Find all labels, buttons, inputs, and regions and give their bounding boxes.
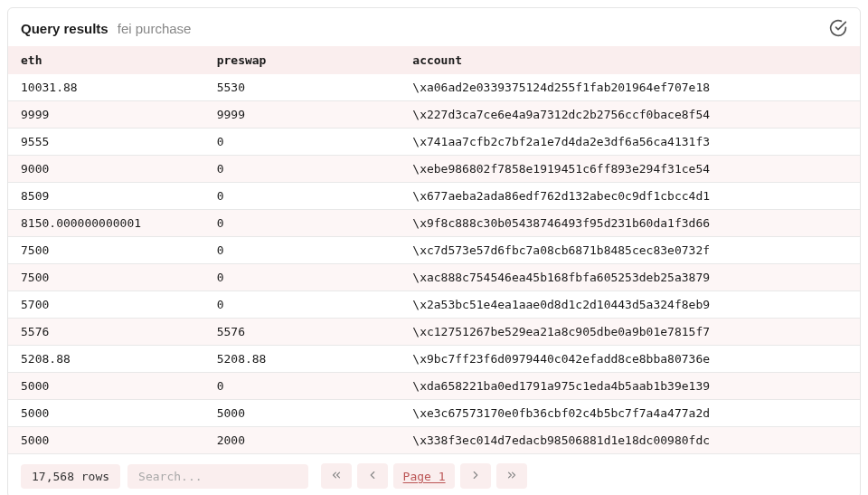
chevrons-right-icon	[505, 469, 518, 484]
cell-preswap: 0	[204, 129, 401, 156]
cell-account: \x227d3ca7ce6e4a9a7312dc2b2756ccf0bace8f…	[400, 101, 860, 129]
cell-preswap: 0	[204, 183, 401, 210]
table-row[interactable]: 85090\x677aeba2ada86edf762d132abec0c9df1…	[8, 183, 860, 210]
cell-account: \x9f8c888c30b05438746493f95d231b60da1f3d…	[400, 210, 860, 237]
table-row[interactable]: 90000\xebe986802f7858e1919451c6ff893e294…	[8, 156, 860, 183]
cell-preswap: 0	[204, 373, 401, 400]
cell-account: \xebe986802f7858e1919451c6ff893e294f31ce…	[400, 156, 860, 183]
cell-preswap: 0	[204, 210, 401, 237]
cell-account: \xda658221ba0ed1791a975c1eda4b5aab1b39e1…	[400, 373, 860, 400]
cell-account: \x338f3ec014d7edacb98506881d1e18dc00980f…	[400, 427, 860, 454]
cell-preswap: 9999	[204, 101, 401, 129]
cell-preswap: 5000	[204, 400, 401, 427]
cell-eth: 9999	[8, 101, 204, 129]
cell-eth: 5700	[8, 291, 204, 319]
cell-eth: 5208.88	[8, 346, 204, 373]
cell-eth: 9000	[8, 156, 204, 183]
cell-account: \xa06ad2e0339375124d255f1fab201964ef707e…	[400, 74, 860, 101]
chevrons-left-icon	[330, 469, 343, 484]
table-row[interactable]: 99999999\x227d3ca7ce6e4a9a7312dc2b2756cc…	[8, 101, 860, 129]
cell-account: \x741aa7cfb2c7bf2a1e7d4da2e3df6a56ca4131…	[400, 129, 860, 156]
pager: Page 1	[321, 463, 527, 489]
cell-eth: 5576	[8, 319, 204, 346]
table-row[interactable]: 57000\x2a53bc51e4ea1aae0d8d1c2d10443d5a3…	[8, 291, 860, 319]
query-results-panel: Query results fei purchase eth preswap a…	[7, 7, 861, 495]
table-header-row: eth preswap account	[8, 46, 860, 74]
cell-preswap: 0	[204, 156, 401, 183]
panel-footer: 17,568 rows Page 1	[8, 454, 860, 495]
search-input[interactable]	[127, 464, 308, 489]
results-table: eth preswap account 10031.885530\xa06ad2…	[8, 46, 860, 454]
cell-preswap: 5208.88	[204, 346, 401, 373]
cell-account: \x9bc7ff23f6d0979440c042efadd8ce8bba8073…	[400, 346, 860, 373]
cell-preswap: 2000	[204, 427, 401, 454]
cell-preswap: 5530	[204, 74, 401, 101]
header-title: Query results	[21, 21, 108, 36]
cell-eth: 5000	[8, 427, 204, 454]
cell-preswap: 5576	[204, 319, 401, 346]
table-row[interactable]: 75000\xc7d573e57d6fbc7a08cb6871b8485cec8…	[8, 237, 860, 264]
table-row[interactable]: 50002000\x338f3ec014d7edacb98506881d1e18…	[8, 427, 860, 454]
cell-eth: 8150.000000000001	[8, 210, 204, 237]
table-row[interactable]: 5208.885208.88\x9bc7ff23f6d0979440c042ef…	[8, 346, 860, 373]
table-row[interactable]: 50005000\xe3c67573170e0fb36cbf02c4b5bc7f…	[8, 400, 860, 427]
cell-eth: 7500	[8, 237, 204, 264]
column-header-account[interactable]: account	[400, 46, 860, 74]
cell-preswap: 0	[204, 291, 401, 319]
header-subtitle: fei purchase	[118, 21, 192, 36]
cell-eth: 5000	[8, 400, 204, 427]
panel-header: Query results fei purchase	[8, 8, 860, 46]
row-count-badge: 17,568 rows	[21, 464, 120, 489]
cell-account: \xe3c67573170e0fb36cbf02c4b5bc7f7a4a477a…	[400, 400, 860, 427]
chevron-right-icon	[469, 469, 482, 484]
column-header-preswap[interactable]: preswap	[204, 46, 401, 74]
cell-eth: 10031.88	[8, 74, 204, 101]
cell-eth: 9555	[8, 129, 204, 156]
pager-prev-button[interactable]	[357, 463, 388, 489]
cell-eth: 5000	[8, 373, 204, 400]
cell-account: \xc12751267be529ea21a8c905dbe0a9b01e7815…	[400, 319, 860, 346]
cell-eth: 8509	[8, 183, 204, 210]
cell-account: \x2a53bc51e4ea1aae0d8d1c2d10443d5a324f8e…	[400, 291, 860, 319]
table-row[interactable]: 95550\x741aa7cfb2c7bf2a1e7d4da2e3df6a56c…	[8, 129, 860, 156]
pager-next-button[interactable]	[460, 463, 491, 489]
cell-account: \xc7d573e57d6fbc7a08cb6871b8485cec83e073…	[400, 237, 860, 264]
column-header-eth[interactable]: eth	[8, 46, 204, 74]
cell-preswap: 0	[204, 237, 401, 264]
table-row[interactable]: 8150.0000000000010\x9f8c888c30b054387464…	[8, 210, 860, 237]
pager-last-button[interactable]	[496, 463, 527, 489]
check-circle-icon[interactable]	[829, 19, 847, 37]
pager-first-button[interactable]	[321, 463, 352, 489]
table-row[interactable]: 10031.885530\xa06ad2e0339375124d255f1fab…	[8, 74, 860, 101]
cell-eth: 7500	[8, 264, 204, 291]
chevron-left-icon	[366, 469, 379, 484]
table-row[interactable]: 75000\xac888c754546ea45b168fbfa605253deb…	[8, 264, 860, 291]
pager-page-label[interactable]: Page 1	[393, 463, 455, 489]
cell-account: \x677aeba2ada86edf762d132abec0c9df1cbcc4…	[400, 183, 860, 210]
cell-preswap: 0	[204, 264, 401, 291]
table-row[interactable]: 50000\xda658221ba0ed1791a975c1eda4b5aab1…	[8, 373, 860, 400]
cell-account: \xac888c754546ea45b168fbfa605253deb25a38…	[400, 264, 860, 291]
header-left: Query results fei purchase	[21, 21, 191, 36]
table-row[interactable]: 55765576\xc12751267be529ea21a8c905dbe0a9…	[8, 319, 860, 346]
